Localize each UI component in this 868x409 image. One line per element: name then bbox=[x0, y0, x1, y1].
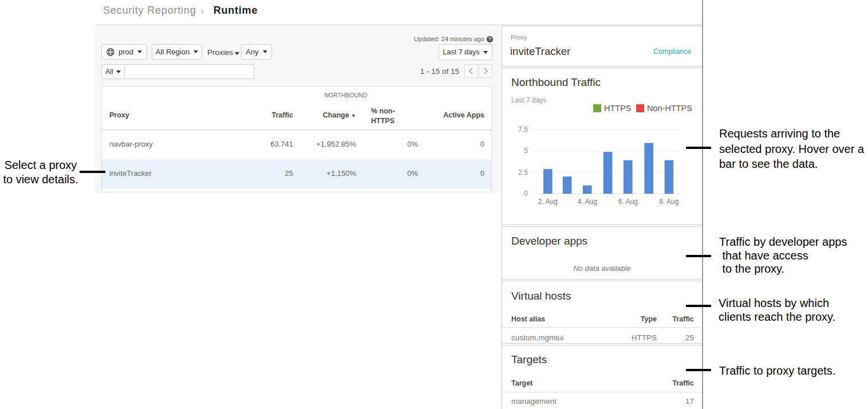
svg-text:7.5: 7.5 bbox=[518, 125, 528, 133]
svg-text:4. Aug: 4. Aug bbox=[578, 198, 597, 206]
svg-text:2.5: 2.5 bbox=[518, 168, 528, 176]
svg-text:8. Aug: 8. Aug bbox=[659, 198, 678, 206]
svg-text:6. Aug: 6. Aug bbox=[618, 198, 638, 206]
svg-text:2. Aug: 2. Aug bbox=[538, 198, 558, 206]
svg-text:0: 0 bbox=[524, 190, 528, 198]
svg-text:5: 5 bbox=[524, 147, 528, 155]
